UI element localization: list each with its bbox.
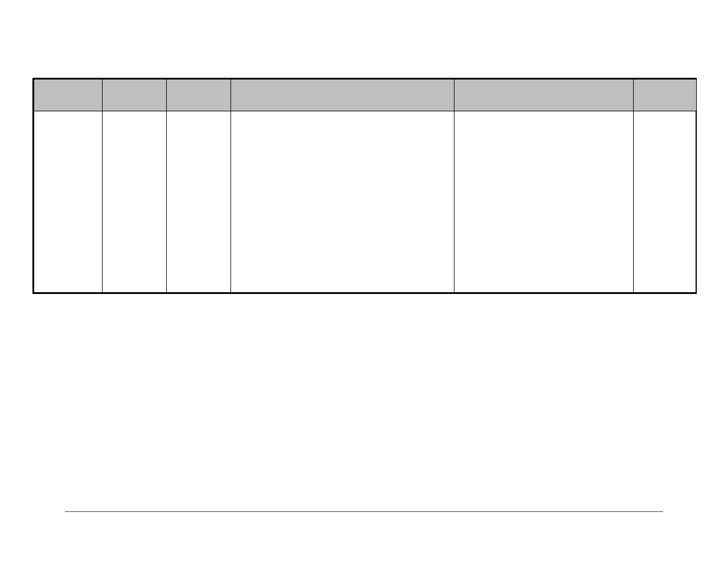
table-cell	[454, 111, 634, 293]
table-header-cell	[634, 80, 697, 111]
footer-divider	[65, 511, 663, 512]
table-header-cell	[231, 80, 454, 111]
table-header-cell	[167, 80, 231, 111]
table-cell	[167, 111, 231, 293]
table-cell	[103, 111, 167, 293]
table-row	[34, 111, 697, 293]
table-cell	[634, 111, 697, 293]
table-header-row	[34, 80, 697, 111]
data-table	[32, 78, 697, 294]
table-header-cell	[34, 80, 103, 111]
table-cell	[34, 111, 103, 293]
table-cell	[231, 111, 454, 293]
table-header-cell	[454, 80, 634, 111]
table-header-cell	[103, 80, 167, 111]
